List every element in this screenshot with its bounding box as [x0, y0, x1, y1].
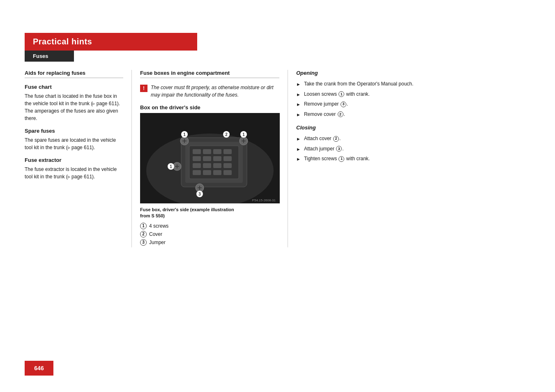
- page-title: Practical hints: [33, 37, 92, 46]
- svg-rect-5: [193, 149, 201, 154]
- svg-text:2: 2: [225, 132, 228, 137]
- bullet-arrow-4: ►: [296, 111, 301, 118]
- box-heading: Box on the driver's side: [140, 104, 279, 111]
- header-section: Practical hints Fuses: [25, 33, 530, 62]
- opening-step-4: ► Remove cover 2.: [296, 111, 530, 118]
- opening-steps-list: ► Take the crank from the Operator's Man…: [296, 80, 530, 118]
- svg-rect-13: [193, 163, 201, 168]
- svg-rect-16: [223, 163, 232, 168]
- page-number: 646: [34, 365, 44, 371]
- page-container: Practical hints Fuses Aids for replacing…: [0, 0, 555, 392]
- closing-title: Closing: [296, 125, 530, 131]
- svg-rect-9: [193, 156, 201, 161]
- legend-item-1: 1 4 screws: [140, 223, 279, 229]
- legend-circle-2: 2: [140, 231, 147, 238]
- spare-fuses-heading: Spare fuses: [25, 128, 123, 134]
- legend-item-2: 2 Cover: [140, 231, 279, 238]
- opening-step-3-text: Remove jumper 3.: [304, 100, 348, 108]
- bullet-arrow-c3: ►: [296, 156, 301, 163]
- subheader-bar: Fuses: [25, 51, 74, 62]
- opening-step-3: ► Remove jumper 3.: [296, 100, 530, 108]
- svg-rect-10: [203, 156, 211, 161]
- closing-step-1-text: Attach cover 2.: [304, 135, 341, 142]
- svg-rect-17: [193, 170, 201, 175]
- bullet-arrow-c1: ►: [296, 136, 301, 143]
- svg-rect-6: [203, 149, 211, 154]
- page-subtitle: Fuses: [33, 53, 48, 59]
- svg-text:1: 1: [242, 132, 245, 137]
- bullet-arrow-3: ►: [296, 101, 301, 108]
- opening-step-4-text: Remove cover 2.: [304, 111, 345, 118]
- closing-step-2-text: Attach jumper 3.: [304, 145, 344, 152]
- header-red-bar: Practical hints: [25, 33, 197, 51]
- closing-steps-list: ► Attach cover 2. ► Attach jumper 3. ► T…: [296, 135, 530, 163]
- legend-label-3: Jumper: [149, 240, 166, 245]
- bullet-arrow-1: ►: [296, 81, 301, 88]
- warning-text: The cover must fit properly, as otherwis…: [151, 84, 279, 99]
- warning-box: ! The cover must fit properly, as otherw…: [140, 84, 279, 99]
- closing-step-3: ► Tighten screws 1 with crank.: [296, 155, 530, 163]
- opening-step-1: ► Take the crank from the Operator's Man…: [296, 80, 530, 88]
- closing-step-3-text: Tighten screws 1 with crank.: [304, 155, 370, 162]
- svg-rect-8: [223, 149, 232, 154]
- legend-label-1: 4 screws: [149, 223, 168, 229]
- bullet-arrow-c2: ►: [296, 146, 301, 153]
- svg-rect-7: [213, 149, 221, 154]
- svg-text:3: 3: [198, 192, 201, 196]
- image-caption: Fuse box, driver's side (example illustr…: [140, 207, 279, 219]
- svg-text:1: 1: [183, 132, 186, 137]
- opening-title: Opening: [296, 70, 530, 76]
- svg-rect-11: [213, 156, 221, 161]
- svg-text:P54.15-2608-31: P54.15-2608-31: [252, 198, 276, 202]
- left-section-heading: Aids for replacing fuses: [25, 70, 123, 78]
- left-column: Aids for replacing fuses Fuse chart The …: [25, 70, 131, 247]
- legend-circle-1: 1: [140, 223, 147, 229]
- legend-circle-3: 3: [140, 239, 147, 246]
- svg-text:1: 1: [170, 164, 172, 169]
- fuse-box-image: 1 1: [140, 113, 280, 203]
- svg-rect-14: [203, 163, 211, 168]
- page-number-box: 646: [25, 361, 53, 376]
- svg-rect-20: [223, 170, 232, 175]
- svg-rect-18: [203, 170, 211, 175]
- opening-step-2-text: Loosen screws 1 with crank.: [304, 90, 370, 98]
- fuse-chart-heading: Fuse chart: [25, 84, 123, 90]
- middle-section-heading: Fuse boxes in engine compartment: [140, 70, 279, 78]
- closing-step-1: ► Attach cover 2.: [296, 135, 530, 143]
- opening-step-1-text: Take the crank from the Operator's Manua…: [304, 80, 413, 88]
- closing-step-2: ► Attach jumper 3.: [296, 145, 530, 153]
- spare-fuses-text: The spare fuses are located in the vehic…: [25, 136, 123, 151]
- svg-rect-19: [213, 170, 221, 175]
- warning-icon: !: [140, 85, 147, 92]
- legend-label-2: Cover: [149, 231, 162, 237]
- bullet-arrow-2: ►: [296, 91, 301, 98]
- fuse-chart-text: The fuse chart is located in the fuse bo…: [25, 92, 123, 122]
- legend-item-3: 3 Jumper: [140, 239, 279, 246]
- middle-column: Fuse boxes in engine compartment ! The c…: [131, 70, 288, 247]
- fuse-extractor-heading: Fuse extractor: [25, 157, 123, 163]
- svg-rect-12: [223, 156, 232, 161]
- right-column: Opening ► Take the crank from the Operat…: [288, 70, 530, 247]
- opening-step-2: ► Loosen screws 1 with crank.: [296, 90, 530, 98]
- svg-rect-15: [213, 163, 221, 168]
- main-content: Aids for replacing fuses Fuse chart The …: [25, 70, 530, 247]
- fuse-extractor-text: The fuse extractor is located in the veh…: [25, 166, 123, 180]
